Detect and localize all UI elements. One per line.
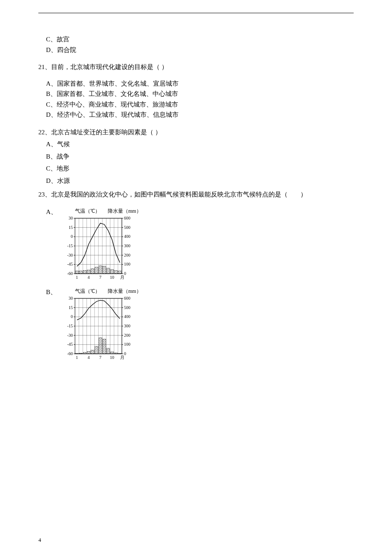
svg-rect-122 bbox=[110, 352, 113, 353]
svg-text:-45: -45 bbox=[67, 262, 73, 266]
svg-rect-59 bbox=[118, 271, 121, 274]
svg-text:30: 30 bbox=[69, 216, 73, 220]
svg-rect-115 bbox=[83, 352, 86, 353]
svg-rect-52 bbox=[91, 269, 94, 274]
question-23: 23、北京是我国的政治文化中心，如图中四幅气候资料图最能反映北京市气候特点的是（… bbox=[38, 190, 354, 364]
q23-option-a-label: A、 bbox=[38, 207, 61, 217]
svg-text:-30: -30 bbox=[67, 332, 73, 337]
prior-option-d: D、四合院 bbox=[38, 45, 354, 55]
q22-option-b: B、战争 bbox=[38, 152, 354, 162]
question-22: 22、北京古城址变迁的主要影响因素是（ ） A、气候 B、战争 C、地形 D、水… bbox=[38, 127, 354, 186]
svg-text:月: 月 bbox=[120, 355, 124, 360]
chart-b-precip-title: 降水量（mm） bbox=[108, 287, 141, 295]
svg-rect-54 bbox=[99, 266, 102, 273]
svg-text:300: 300 bbox=[124, 324, 130, 328]
svg-rect-55 bbox=[103, 266, 106, 273]
svg-text:400: 400 bbox=[124, 234, 130, 239]
q21-option-a: A、国家首都、世界城市、文化名城、宜居城市 bbox=[38, 79, 354, 89]
svg-rect-123 bbox=[115, 353, 118, 353]
svg-rect-49 bbox=[79, 271, 82, 274]
svg-rect-120 bbox=[103, 339, 106, 354]
svg-text:4: 4 bbox=[88, 275, 90, 280]
q23-chart-a: 30150-15-30-45-6060050040030020010001471… bbox=[61, 216, 137, 284]
q23-stem: 23、北京是我国的政治文化中心，如图中四幅气候资料图最能反映北京市气候特点的是（… bbox=[38, 190, 354, 199]
svg-text:1: 1 bbox=[76, 275, 78, 280]
q22-option-a: A、气候 bbox=[38, 139, 354, 149]
svg-text:-15: -15 bbox=[67, 324, 73, 328]
q21-option-d: D、经济中心、工业城市、现代城市、信息城市 bbox=[38, 110, 354, 120]
q23-chart-b: 30150-15-30-45-6060050040030020010001471… bbox=[61, 296, 137, 364]
svg-text:300: 300 bbox=[124, 243, 130, 248]
svg-text:-45: -45 bbox=[67, 342, 73, 347]
svg-text:600: 600 bbox=[124, 216, 130, 220]
svg-rect-119 bbox=[99, 338, 102, 354]
q22-option-c: C、地形 bbox=[38, 164, 354, 173]
svg-text:-60: -60 bbox=[67, 271, 73, 276]
chart-b-temp-title: 气温（℃） bbox=[75, 287, 100, 295]
q22-stem: 22、北京古城址变迁的主要影响因素是（ ） bbox=[38, 127, 354, 137]
svg-text:100: 100 bbox=[124, 342, 130, 347]
svg-text:-15: -15 bbox=[67, 243, 73, 248]
svg-rect-114 bbox=[79, 353, 82, 354]
svg-text:600: 600 bbox=[124, 296, 130, 301]
q21-option-b: B、国家首都、工业城市、文化名城、中心城市 bbox=[38, 89, 354, 99]
svg-rect-58 bbox=[115, 270, 118, 274]
svg-text:0: 0 bbox=[71, 234, 73, 239]
svg-rect-121 bbox=[107, 348, 110, 354]
svg-text:400: 400 bbox=[124, 314, 130, 319]
svg-rect-124 bbox=[118, 353, 121, 353]
svg-text:10: 10 bbox=[110, 275, 114, 280]
svg-rect-56 bbox=[107, 268, 110, 274]
question-21: 21、目前，北京城市现代化建设的目标是（ ） A、国家首都、世界城市、文化名城、… bbox=[38, 62, 354, 120]
page-number: 4 bbox=[38, 536, 41, 544]
chart-a-precip-title: 降水量（mm） bbox=[108, 207, 141, 215]
svg-text:-60: -60 bbox=[67, 351, 73, 356]
svg-text:7: 7 bbox=[99, 355, 101, 360]
q23-option-a-block: A、 气温（℃） 降水量（mm） 30150-15-30-45-60600500… bbox=[38, 207, 354, 284]
q23-option-b-label: B、 bbox=[38, 287, 61, 297]
svg-text:30: 30 bbox=[69, 296, 73, 301]
svg-rect-117 bbox=[91, 350, 94, 354]
svg-text:-30: -30 bbox=[67, 252, 73, 257]
svg-text:500: 500 bbox=[124, 305, 130, 309]
svg-rect-48 bbox=[75, 271, 78, 274]
svg-rect-116 bbox=[87, 351, 90, 353]
svg-rect-57 bbox=[110, 269, 113, 274]
q22-option-d: D、水源 bbox=[38, 176, 354, 186]
svg-rect-113 bbox=[75, 353, 78, 353]
chart-a-temp-title: 气温（℃） bbox=[75, 207, 100, 215]
prior-option-c: C、故宫 bbox=[38, 35, 354, 44]
svg-rect-51 bbox=[87, 270, 90, 274]
q21-option-c: C、经济中心、商业城市、现代城市、旅游城市 bbox=[38, 100, 354, 110]
header-rule bbox=[38, 13, 354, 13]
svg-rect-53 bbox=[95, 267, 98, 273]
svg-text:10: 10 bbox=[110, 355, 114, 360]
svg-text:0: 0 bbox=[71, 314, 73, 319]
svg-text:200: 200 bbox=[124, 252, 130, 257]
svg-text:月: 月 bbox=[120, 275, 124, 280]
svg-text:200: 200 bbox=[124, 332, 130, 337]
svg-text:7: 7 bbox=[99, 275, 101, 280]
q21-stem: 21、目前，北京城市现代化建设的目标是（ ） bbox=[38, 62, 354, 72]
svg-text:4: 4 bbox=[88, 355, 90, 360]
svg-text:100: 100 bbox=[124, 262, 130, 266]
svg-text:15: 15 bbox=[69, 225, 73, 229]
svg-rect-50 bbox=[83, 270, 86, 274]
svg-text:1: 1 bbox=[76, 355, 78, 360]
q23-option-b-block: B、 气温（℃） 降水量（mm） 30150-15-30-45-60600500… bbox=[38, 287, 354, 364]
svg-rect-118 bbox=[95, 346, 98, 353]
svg-text:500: 500 bbox=[124, 225, 130, 229]
svg-text:15: 15 bbox=[69, 305, 73, 309]
